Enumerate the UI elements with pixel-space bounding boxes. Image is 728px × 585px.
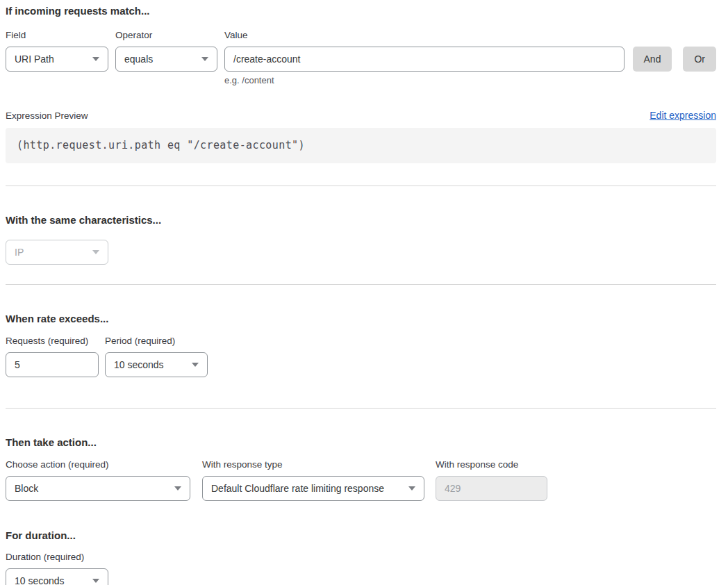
chevron-down-icon xyxy=(408,486,415,491)
operator-select[interactable]: equals xyxy=(115,47,217,72)
duration-section-heading: For duration... xyxy=(6,529,716,542)
response-type-select[interactable]: Default Cloudflare rate limiting respons… xyxy=(202,476,424,501)
match-section-heading: If incoming requests match... xyxy=(6,5,716,17)
value-label: Value xyxy=(224,31,624,40)
rate-controls-row: Requests (required) Period (required) 10… xyxy=(6,336,716,377)
section-divider xyxy=(6,408,716,409)
choose-action-select-value: Block xyxy=(15,483,38,494)
and-button[interactable]: And xyxy=(633,47,672,72)
requests-label: Requests (required) xyxy=(6,336,99,346)
choose-action-select[interactable]: Block xyxy=(6,476,190,501)
chevron-down-icon xyxy=(174,486,181,491)
field-select-value: URI Path xyxy=(15,53,54,65)
rate-limiting-rule-form: If incoming requests match... Field URI … xyxy=(0,0,728,585)
edit-expression-link[interactable]: Edit expression xyxy=(650,110,716,121)
field-label: Field xyxy=(6,31,108,40)
rate-section-heading: When rate exceeds... xyxy=(6,313,716,325)
characteristics-row: IP xyxy=(6,240,716,265)
characteristic-select: IP xyxy=(6,240,108,265)
action-controls-row: Choose action (required) Block With resp… xyxy=(6,460,716,501)
chevron-down-icon xyxy=(92,57,99,61)
section-divider xyxy=(6,284,716,285)
choose-action-label: Choose action (required) xyxy=(6,460,190,470)
expression-preview-header: Expression Preview Edit expression xyxy=(6,110,716,121)
expression-code: (http.request.uri.path eq "/create-accou… xyxy=(17,139,305,151)
requests-input[interactable] xyxy=(6,352,99,377)
value-hint: e.g. /content xyxy=(224,76,624,85)
response-code-label: With response code xyxy=(436,460,547,470)
operator-select-value: equals xyxy=(124,53,153,65)
chevron-down-icon xyxy=(92,579,99,583)
value-input[interactable] xyxy=(224,47,624,72)
duration-select-value: 10 seconds xyxy=(15,575,65,585)
duration-controls-row: Duration (required) 10 seconds xyxy=(6,552,716,585)
action-section-heading: Then take action... xyxy=(6,436,716,449)
response-code-input xyxy=(436,476,547,501)
period-select-value: 10 seconds xyxy=(114,359,164,370)
match-controls-row: Field URI Path Operator equals Value e.g… xyxy=(6,31,716,85)
period-label: Period (required) xyxy=(105,336,208,346)
response-type-select-value: Default Cloudflare rate limiting respons… xyxy=(211,483,384,494)
expression-preview-label: Expression Preview xyxy=(6,110,88,121)
chevron-down-icon xyxy=(92,250,99,254)
operator-label: Operator xyxy=(115,31,217,40)
duration-select[interactable]: 10 seconds xyxy=(6,568,108,585)
field-select[interactable]: URI Path xyxy=(6,47,108,72)
characteristic-select-value: IP xyxy=(15,247,24,258)
section-divider xyxy=(6,186,716,186)
chevron-down-icon xyxy=(201,57,208,61)
expression-preview-block: (http.request.uri.path eq "/create-accou… xyxy=(6,128,716,163)
or-button[interactable]: Or xyxy=(683,47,716,72)
characteristics-section-heading: With the same characteristics... xyxy=(6,214,716,226)
chevron-down-icon xyxy=(192,363,199,367)
duration-label: Duration (required) xyxy=(6,552,108,562)
response-type-label: With response type xyxy=(202,460,424,470)
period-select[interactable]: 10 seconds xyxy=(105,352,208,377)
